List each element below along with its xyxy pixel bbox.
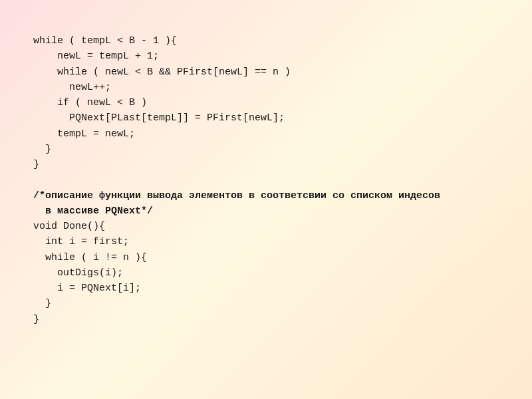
code-line: i = PQNext[i];: [33, 283, 141, 294]
code-line: void Done(){: [33, 221, 105, 232]
code-line: }: [33, 144, 51, 155]
code-line: }: [33, 159, 39, 170]
code-line: tempL = newL;: [33, 128, 135, 140]
comment-line: в массиве PQNext*/: [33, 205, 153, 217]
code-line: while ( i != n ){: [33, 252, 147, 263]
comment-line: /*описание функции вывода элементов в со…: [33, 190, 440, 201]
code-line: while ( tempL < B - 1 ){: [33, 35, 177, 47]
code-block: while ( tempL < B - 1 ){ newL = tempL + …: [33, 33, 499, 327]
code-line: PQNext[PLast[tempL]] = PFirst[newL];: [33, 112, 285, 124]
code-line: }: [33, 314, 39, 325]
code-line: newL = tempL + 1;: [33, 51, 159, 62]
code-line: newL++;: [33, 82, 111, 93]
code-line: if ( newL < B ): [33, 97, 147, 108]
code-line: }: [33, 298, 51, 309]
code-line: while ( newL < B && PFirst[newL] == n ): [33, 66, 291, 78]
code-line: int i = first;: [33, 236, 129, 247]
code-line: outDigs(i);: [33, 267, 123, 279]
code-container: while ( tempL < B - 1 ){ newL = tempL + …: [13, 13, 519, 386]
